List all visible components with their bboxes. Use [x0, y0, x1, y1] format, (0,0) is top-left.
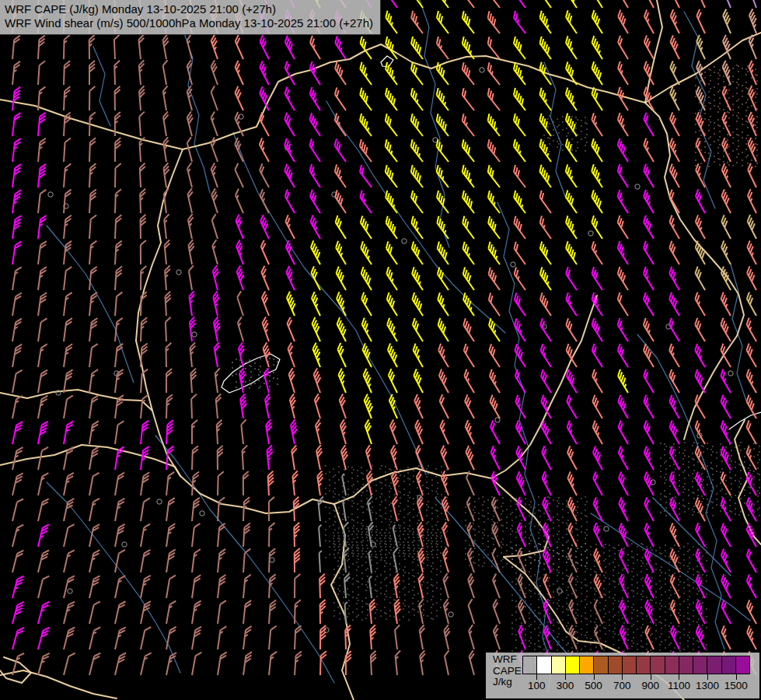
stipple-dot: [421, 612, 423, 614]
stipple-dot: [633, 624, 634, 625]
legend-color-cell: [665, 656, 679, 674]
stipple-dot: [399, 597, 400, 598]
stipple-dot: [386, 613, 387, 614]
stipple-dot: [633, 576, 634, 577]
stipple-dot: [566, 556, 567, 558]
stipple-dot: [365, 528, 367, 530]
stipple-dot: [637, 649, 638, 650]
stipple-dot: [525, 600, 526, 602]
stipple-dot: [440, 571, 442, 572]
stipple-dot: [428, 529, 429, 530]
stipple-dot: [683, 559, 685, 561]
stipple-dot: [493, 521, 494, 523]
stipple-dot: [708, 102, 710, 103]
stipple-dot: [482, 532, 483, 534]
stipple-dot: [566, 523, 567, 524]
stipple-dot: [482, 496, 483, 498]
stipple-dot: [365, 551, 367, 552]
stipple-dot: [712, 446, 714, 447]
stipple-dot: [379, 481, 381, 483]
stipple-dot: [755, 166, 756, 167]
stipple-dot: [254, 368, 256, 369]
stipple-dot: [696, 588, 698, 590]
stipple-dot: [642, 590, 644, 592]
stipple-dot: [646, 638, 648, 639]
stipple-dot: [511, 520, 513, 521]
stipple-dot: [659, 580, 661, 582]
stipple-dot: [613, 608, 614, 610]
stipple-dot: [245, 368, 246, 369]
stipple-dot: [566, 135, 567, 137]
stipple-dot: [679, 452, 680, 453]
stipple-dot: [665, 550, 666, 551]
stipple-dot: [375, 518, 377, 520]
stipple-dot: [670, 558, 672, 560]
stipple-dot: [665, 625, 666, 626]
stipple-dot: [371, 572, 372, 574]
stipple-dot: [329, 485, 330, 486]
stipple-dot: [558, 132, 560, 134]
stipple-dot: [352, 619, 354, 621]
stipple-dot: [440, 593, 442, 595]
stipple-dot: [366, 490, 368, 492]
stipple-dot: [441, 471, 442, 473]
stipple-dot: [655, 602, 657, 604]
stipple-dot: [590, 610, 592, 611]
stipple-dot: [446, 497, 448, 499]
stipple-dot: [386, 585, 387, 586]
stipple-dot: [744, 456, 745, 457]
stipple-dot: [613, 569, 614, 571]
stipple-dot: [735, 474, 736, 476]
stipple-dot: [594, 621, 595, 623]
stipple-dot: [441, 541, 442, 542]
stipple-dot: [557, 513, 558, 515]
stipple-dot: [642, 562, 644, 564]
stipple-dot: [594, 635, 595, 636]
stipple-dot: [742, 96, 743, 97]
stipple-dot: [549, 613, 550, 614]
stipple-dot: [338, 471, 340, 473]
stipple-dot: [339, 557, 340, 558]
stipple-dot: [605, 600, 606, 601]
stipple-dot: [260, 358, 261, 359]
stipple-dot: [543, 574, 545, 576]
stipple-dot: [539, 549, 541, 551]
stipple-dot: [704, 152, 706, 153]
stipple-dot: [693, 574, 694, 576]
stipple-dot: [738, 445, 740, 446]
stipple-dot: [577, 548, 578, 549]
stipple-dot: [511, 512, 513, 513]
stipple-dot: [590, 615, 592, 617]
stipple-dot: [236, 387, 237, 388]
stipple-dot: [428, 534, 429, 536]
stipple-dot: [558, 525, 560, 527]
stipple-dot: [408, 544, 410, 546]
stipple-dot: [506, 527, 508, 529]
stipple-dot: [408, 611, 410, 613]
stipple-dot: [669, 446, 671, 448]
stipple-dot: [755, 102, 756, 103]
stipple-dot: [693, 511, 695, 513]
stipple-dot: [412, 562, 414, 563]
stipple-dot: [539, 624, 541, 625]
stipple-dot: [670, 622, 672, 624]
legend-tick-mark: [536, 674, 537, 680]
stipple-dot: [613, 547, 614, 548]
stipple-dot: [575, 562, 577, 563]
stipple-dot: [506, 516, 508, 518]
stipple-dot: [719, 108, 721, 110]
stipple-dot: [710, 501, 712, 502]
stipple-dot: [390, 502, 392, 504]
stipple-dot: [575, 150, 577, 152]
stipple-dot: [403, 616, 404, 618]
stipple-dot: [661, 586, 662, 588]
stipple-dot: [698, 646, 700, 648]
stipple-dot: [695, 131, 696, 133]
stipple-dot: [684, 511, 686, 513]
stipple-dot: [745, 121, 747, 122]
stipple-dot: [432, 534, 434, 536]
stipple-dot: [250, 366, 252, 367]
stipple-dot: [577, 134, 578, 135]
stipple-dot: [575, 584, 577, 586]
stipple-dot: [684, 488, 686, 490]
